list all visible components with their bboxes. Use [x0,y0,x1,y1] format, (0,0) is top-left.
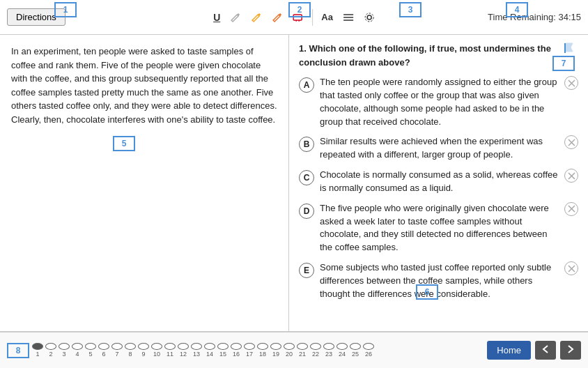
dot-label-2: 2 [49,351,52,358]
question-dot-7[interactable] [111,343,123,350]
dot-container-17: 17 [244,343,255,358]
pencil3-tool[interactable] [268,9,287,26]
dot-container-12: 12 [178,343,189,358]
eliminate-d-button[interactable] [564,202,578,216]
question-dot-2[interactable] [45,343,56,350]
dot-label-12: 12 [180,351,187,358]
question-dot-22[interactable] [310,343,321,350]
toolbar-center: U Aa [209,9,379,26]
question-dot-21[interactable] [297,343,308,350]
dot-container-6: 6 [98,343,109,358]
home-button[interactable]: Home [487,341,531,360]
lines-tool[interactable] [339,10,358,25]
answer-text-a: The ten people were randomly assigned to… [320,76,564,128]
dot-container-25: 25 [350,343,361,358]
header: Directions U Aa Time Remaining: 34:15 [0,0,588,35]
question-dot-4[interactable] [72,343,83,350]
dot-label-9: 9 [141,351,145,358]
question-dot-15[interactable] [217,343,229,350]
eliminate-e-button[interactable] [564,261,578,275]
dot-container-3: 3 [59,343,70,358]
dot-container-26: 26 [363,343,374,358]
answer-text-d: The five people who were originally give… [320,202,564,254]
toolbar-divider [312,9,313,26]
dot-label-8: 8 [128,351,132,358]
question-dot-16[interactable] [231,343,242,350]
question-dot-10[interactable] [151,343,162,350]
dot-container-10: 10 [151,343,162,358]
answer-text-e: Some subjects who tasted just coffee rep… [320,261,564,301]
answer-option-a: A The ten people were randomly assigned … [299,76,578,128]
next-button[interactable] [560,341,581,360]
eliminate-c-button[interactable] [564,169,578,183]
question-number: 1. [299,43,307,54]
dot-label-13: 13 [193,351,200,358]
answer-circle-d[interactable]: D [299,204,314,219]
question-dot-24[interactable] [336,343,348,350]
question-dot-6[interactable] [98,343,109,350]
answer-circle-c[interactable]: C [299,170,314,185]
dot-container-20: 20 [284,343,295,358]
question-dot-3[interactable] [59,343,70,350]
question-dot-1[interactable] [32,343,43,350]
dot-label-25: 25 [352,351,359,358]
answer-option-e: E Some subjects who tasted just coffee r… [299,261,578,301]
question-dot-13[interactable] [191,343,202,350]
dot-container-21: 21 [297,343,308,358]
dot-container-4: 4 [72,343,83,358]
dot-label-10: 10 [153,351,160,358]
question-dot-11[interactable] [164,343,176,350]
eliminate-b-button[interactable] [564,135,578,149]
svg-rect-0 [293,15,302,20]
question-panel: 1. Which one of the following, if true, … [289,35,588,331]
question-dot-14[interactable] [204,343,215,350]
question-dot-5[interactable] [85,343,96,350]
question-dot-18[interactable] [257,343,268,350]
pencil2-tool[interactable] [247,9,266,26]
answer-circle-b[interactable]: B [299,137,314,152]
eliminate-a-button[interactable] [564,76,578,90]
dot-container-2: 2 [45,343,56,358]
question-dot-19[interactable] [270,343,281,350]
font-tool[interactable]: Aa [317,9,337,25]
bottom-bar: 8 12345678910111213141516171819202122232… [0,332,588,368]
dot-container-9: 9 [138,343,149,358]
dot-label-16: 16 [233,351,240,358]
underline-tool[interactable]: U [209,9,224,26]
answer-option-b: B Similar results were achieved when the… [299,135,578,162]
question-dot-26[interactable] [363,343,374,350]
pencil1-tool[interactable] [226,9,245,26]
dot-container-24: 24 [336,343,348,358]
annotation-8: 8 [7,343,29,358]
answer-text-c: Chocolate is normally consumed as a soli… [320,169,564,195]
question-dot-20[interactable] [284,343,295,350]
answer-circle-a[interactable]: A [299,77,314,93]
dot-label-18: 18 [259,351,266,358]
question-dot-17[interactable] [244,343,255,350]
dot-container-1: 1 [32,343,43,358]
dot-label-17: 17 [246,351,253,358]
dot-label-4: 4 [75,351,79,358]
answer-option-d: D The five people who were originally gi… [299,202,578,254]
answer-option-c: C Chocolate is normally consumed as a so… [299,169,578,195]
dot-label-24: 24 [339,351,346,358]
question-body-text: Which one of the following, if true, mos… [299,43,551,68]
passage-text: In an experiment, ten people were asked … [11,45,277,126]
dot-container-5: 5 [85,343,96,358]
settings-tool[interactable] [359,9,379,26]
dot-label-21: 21 [299,351,306,358]
question-dot-23[interactable] [323,343,334,350]
passage-panel: In an experiment, ten people were asked … [0,35,289,331]
answer-circle-e[interactable]: E [299,263,314,278]
directions-button[interactable]: Directions [7,8,65,26]
question-dot-12[interactable] [178,343,189,350]
eraser-tool[interactable] [288,10,308,25]
dot-label-19: 19 [272,351,279,358]
prev-button[interactable] [535,341,556,360]
question-dot-25[interactable] [350,343,361,350]
dot-container-16: 16 [231,343,242,358]
question-dot-9[interactable] [138,343,149,350]
flag-button[interactable] [560,42,578,58]
dot-label-15: 15 [219,351,226,358]
question-dot-8[interactable] [125,343,136,350]
